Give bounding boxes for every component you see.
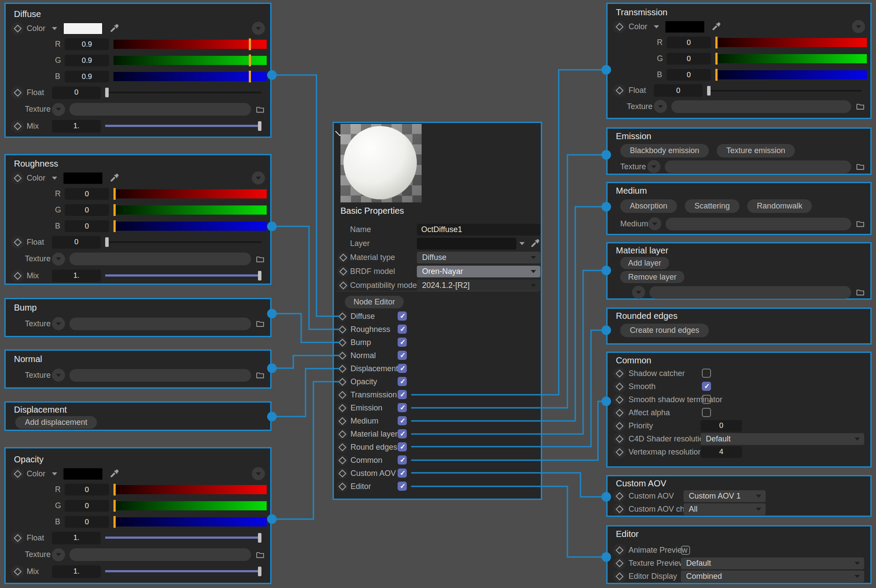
float-slider[interactable]: [105, 237, 261, 247]
folder-icon[interactable]: [255, 105, 265, 114]
vertexmap-resolution-input[interactable]: 4: [701, 446, 742, 458]
texture-preview-size-select[interactable]: Default: [681, 557, 864, 569]
folder-icon[interactable]: [855, 287, 865, 297]
float-slider[interactable]: [707, 85, 862, 96]
texture-input[interactable]: [69, 103, 251, 116]
compatibility-select[interactable]: 2024.1.2-[R2]: [417, 280, 540, 291]
node-port-diamond-icon[interactable]: [337, 337, 348, 348]
node-port-diamond-icon[interactable]: [337, 455, 348, 466]
float-slider[interactable]: [105, 87, 261, 98]
smooth-shadow-terminator-checkbox[interactable]: [702, 395, 711, 404]
chevron-down-icon[interactable]: [654, 25, 659, 28]
float-value-input[interactable]: 0: [654, 84, 703, 97]
collapse-circle-button[interactable]: [252, 22, 265, 35]
texture-input[interactable]: [665, 161, 851, 173]
folder-icon[interactable]: [255, 550, 265, 560]
collapse-circle-button[interactable]: [252, 467, 265, 480]
create-round-edges-button[interactable]: Create round edges: [620, 324, 709, 337]
texture-input[interactable]: [671, 100, 851, 113]
texture-input[interactable]: [69, 548, 251, 561]
smooth-checkbox[interactable]: [702, 382, 711, 391]
node-editor-button[interactable]: Node Editor: [345, 296, 404, 308]
layer-input[interactable]: [649, 286, 851, 299]
layer-dropdown-icon[interactable]: [519, 242, 525, 245]
channel-checkbox[interactable]: [398, 377, 407, 386]
folder-icon[interactable]: [255, 254, 265, 264]
scattering-button[interactable]: Scattering: [685, 199, 739, 213]
collapse-circle-button[interactable]: [852, 20, 865, 33]
mix-value-input[interactable]: 1.: [52, 565, 101, 578]
texture-type-dropdown[interactable]: [52, 548, 65, 561]
blue-gradient-slider[interactable]: [715, 70, 867, 79]
channel-checkbox[interactable]: [398, 403, 407, 412]
node-port-diamond-icon[interactable]: [337, 389, 348, 400]
g-value-input[interactable]: 0.9: [65, 55, 109, 66]
color-swatch[interactable]: [63, 172, 103, 184]
eyedropper-icon[interactable]: [109, 23, 119, 34]
affect-alpha-checkbox[interactable]: [702, 408, 711, 417]
editor-display-select[interactable]: Combined: [681, 571, 864, 582]
node-port-diamond-icon[interactable]: [337, 402, 348, 414]
texture-input[interactable]: [69, 369, 251, 382]
node-port-diamond-icon[interactable]: [337, 415, 348, 427]
folder-icon[interactable]: [855, 219, 865, 229]
absorption-button[interactable]: Absorption: [620, 199, 677, 213]
r-value-input[interactable]: 0: [65, 484, 109, 496]
channel-checkbox[interactable]: [398, 311, 407, 321]
channel-checkbox[interactable]: [398, 325, 407, 334]
b-value-input[interactable]: 0: [666, 69, 711, 81]
remove-layer-button[interactable]: Remove layer: [620, 271, 684, 283]
folder-icon[interactable]: [855, 102, 865, 111]
blue-gradient-slider[interactable]: [113, 222, 267, 231]
randomwalk-button[interactable]: Randomwalk: [747, 199, 812, 213]
node-port-diamond-icon[interactable]: [337, 311, 348, 322]
chevron-down-icon[interactable]: [52, 472, 57, 475]
mix-value-input[interactable]: 1.: [52, 120, 101, 133]
channel-checkbox[interactable]: [398, 455, 407, 465]
shadow-catcher-checkbox[interactable]: [702, 369, 711, 378]
medium-type-dropdown[interactable]: [648, 217, 661, 230]
layer-type-dropdown[interactable]: [632, 286, 645, 299]
channel-checkbox[interactable]: [398, 482, 407, 491]
green-gradient-slider[interactable]: [715, 54, 867, 63]
priority-input[interactable]: 0: [701, 420, 742, 432]
node-port-diamond-icon[interactable]: [337, 441, 348, 453]
channel-checkbox[interactable]: [398, 442, 407, 451]
float-value-input[interactable]: 0: [52, 86, 101, 99]
channel-checkbox[interactable]: [398, 364, 407, 373]
red-gradient-slider[interactable]: [113, 40, 267, 49]
g-value-input[interactable]: 0: [65, 204, 109, 216]
red-gradient-slider[interactable]: [113, 189, 267, 198]
folder-icon[interactable]: [255, 319, 265, 328]
r-value-input[interactable]: 0: [65, 188, 109, 200]
green-gradient-slider[interactable]: [113, 205, 267, 215]
node-port-diamond-icon[interactable]: [337, 363, 348, 374]
b-value-input[interactable]: 0: [65, 516, 109, 528]
float-value-input[interactable]: 1.: [52, 532, 101, 544]
texture-type-dropdown[interactable]: [647, 160, 660, 173]
node-port-diamond-icon[interactable]: [337, 468, 348, 479]
mix-slider[interactable]: [105, 270, 261, 281]
name-input[interactable]: OctDiffuse1: [417, 224, 540, 236]
texture-type-dropdown[interactable]: [52, 253, 65, 266]
medium-input[interactable]: [666, 218, 851, 230]
add-displacement-button[interactable]: Add displacement: [15, 416, 97, 429]
green-gradient-slider[interactable]: [113, 501, 267, 510]
float-value-input[interactable]: 0: [52, 236, 101, 249]
g-value-input[interactable]: 0: [666, 53, 711, 65]
b-value-input[interactable]: 0.9: [65, 71, 109, 82]
g-value-input[interactable]: 0: [65, 500, 109, 512]
texture-type-dropdown[interactable]: [52, 369, 65, 382]
node-port-diamond-icon[interactable]: [337, 428, 348, 440]
texture-type-dropdown[interactable]: [52, 317, 65, 330]
node-port-diamond-icon[interactable]: [337, 376, 348, 387]
layer-eyedropper-icon[interactable]: [529, 238, 540, 250]
material-type-select[interactable]: Diffuse: [417, 252, 540, 263]
channel-checkbox[interactable]: [398, 390, 407, 399]
c4d-shader-resolution-select[interactable]: Default: [701, 433, 864, 445]
float-slider[interactable]: [105, 533, 261, 543]
channel-checkbox[interactable]: [398, 351, 407, 360]
custom-aov-channel-select[interactable]: All: [684, 503, 766, 515]
color-swatch[interactable]: [665, 21, 704, 33]
eyedropper-icon[interactable]: [109, 173, 119, 183]
